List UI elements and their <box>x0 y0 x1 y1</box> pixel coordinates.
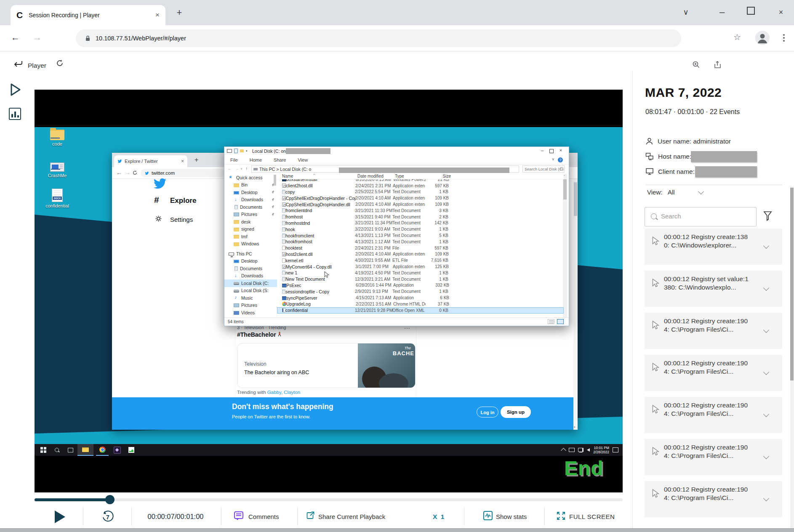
browser-menu-icon[interactable] <box>783 34 785 43</box>
tab-close-icon[interactable]: × <box>155 11 160 19</box>
explorer-nav-item[interactable]: Bin <box>224 181 277 189</box>
explorer-maximize-icon[interactable] <box>547 149 556 153</box>
event-expand-chevron-icon[interactable] <box>763 495 769 501</box>
fullscreen-button[interactable]: FULL SCREEN <box>569 513 615 520</box>
scroll-thumb[interactable] <box>574 182 577 216</box>
explorer-nav-item[interactable]: tmf <box>224 233 277 240</box>
playback-speed-button[interactable]: X 1 <box>433 513 445 521</box>
file-row[interactable]: syncPipeServer 4/15/2021 7:13 AM Applica… <box>277 295 564 301</box>
explorer-nav-item[interactable]: Local Disk (C: on <box>224 279 277 287</box>
sidebar-activity-tab[interactable] <box>9 108 21 120</box>
file-row[interactable]: host2client.dll 2/20/2021 4:10 AM Applic… <box>277 251 564 258</box>
details-view-icon[interactable] <box>548 319 554 324</box>
desktop-icon[interactable]: DOCX confidential <box>40 189 75 208</box>
qat-dropdown-icon[interactable]: ▾ <box>246 149 248 153</box>
sidebar-player-tab[interactable] <box>9 82 22 97</box>
explorer-menu-item[interactable]: File <box>224 155 244 164</box>
new-tab-button[interactable]: + <box>173 7 185 19</box>
taskbar-editor-icon[interactable] <box>125 444 137 456</box>
explorer-nav-item[interactable]: Local Disk (S: on <box>224 287 277 295</box>
desktop-icon[interactable]: code <box>40 128 75 146</box>
event-expand-chevron-icon[interactable] <box>763 369 769 375</box>
event-item[interactable]: 00:00:12 Registry set value:1380: C:\Win… <box>645 271 782 307</box>
explorer-nav-item[interactable]: Desktop <box>224 258 277 265</box>
file-row[interactable]: kernel.etl 4/30/2021 9:55 AM ETL File 7,… <box>277 257 564 263</box>
login-button[interactable]: Log in <box>477 407 498 418</box>
rewind-7-button[interactable]: 7 <box>100 510 115 524</box>
file-row[interactable]: hooktest 2/24/2021 2:31 PM File 597 KB <box>277 245 564 251</box>
taskbar-explorer-icon[interactable] <box>77 444 93 456</box>
twitter-nav-settings[interactable]: Settings <box>170 216 193 223</box>
explorer-nav-item[interactable]: Downloads <box>224 196 277 204</box>
file-row[interactable]: UpgradeLog 2/22/2021 3:51 AM Chrome HTML… <box>277 301 564 307</box>
explorer-close-icon[interactable]: × <box>556 148 565 153</box>
explorer-search-box[interactable]: Search Local Disk (C: on NKG... <box>522 165 565 173</box>
twitter-scrollbar[interactable]: ▾ <box>573 179 578 430</box>
history-dropdown-icon[interactable]: ∨ <box>240 167 242 170</box>
explorer-nav-item[interactable]: Music <box>224 294 277 302</box>
column-name[interactable]: Name <box>282 174 357 179</box>
twitter-tab[interactable]: Explore / Twitter × <box>114 155 187 167</box>
explorer-nav-item[interactable]: This PC <box>224 250 277 258</box>
explorer-nav-item[interactable]: Videos <box>224 309 277 317</box>
share-icon[interactable] <box>713 61 722 69</box>
view-value[interactable]: All <box>668 189 675 196</box>
file-row[interactable]: new 1 4/19/2021 4:50 PM Text Document 1 … <box>277 270 564 276</box>
scroll-thumb[interactable] <box>790 188 794 380</box>
twitter-tab-close-icon[interactable]: × <box>181 158 184 164</box>
ribbon-collapse-icon[interactable]: ∨ <box>552 157 554 161</box>
event-item[interactable]: 00:00:12 Registry create:1904: C:\Progra… <box>645 355 782 391</box>
twitter-reload-icon[interactable] <box>132 170 138 176</box>
explorer-nav-item[interactable]: Pictures <box>224 302 277 309</box>
file-row[interactable]: New Text Document 12/3/2021 3:21 AM Text… <box>277 276 564 282</box>
file-row[interactable]: copy 2/25/2022 5:54 PM Text Document 1 K… <box>277 189 564 195</box>
column-size[interactable]: Size <box>427 174 451 179</box>
view-chevron-icon[interactable] <box>698 189 704 194</box>
event-item[interactable]: 00:00:12 Registry create:1904: C:\Progra… <box>645 439 782 475</box>
forward-icon[interactable]: → <box>33 32 42 43</box>
scroll-thumb[interactable] <box>563 179 567 200</box>
tab-search-chevron-icon[interactable]: ∨ <box>679 6 692 19</box>
filter-icon[interactable] <box>763 210 773 221</box>
file-row[interactable]: fromhostdnd 3/21/2021 11:34 PM Text Docu… <box>277 220 564 226</box>
file-row[interactable]: client2host.dll 2/24/2021 2:31 PM Applic… <box>277 183 564 189</box>
timeline-slider[interactable] <box>35 498 623 501</box>
explorer-minimize-icon[interactable]: – <box>538 148 547 153</box>
file-row[interactable]: hookfromclient 4/13/2021 1:13 PM Text Do… <box>277 232 564 239</box>
explorer-window[interactable]: ▾ Local Disk (C: on – × FileHomeShareVie… <box>224 146 569 326</box>
trending-with-links[interactable]: Gabby, Clayton <box>267 390 300 395</box>
scroll-up-icon[interactable]: ^ <box>564 175 565 177</box>
taskbar-chrome-icon[interactable] <box>96 444 109 456</box>
window-maximize-button[interactable] <box>747 7 755 15</box>
explorer-nav-item[interactable]: Downloads <box>224 272 277 280</box>
event-scrollbar[interactable] <box>790 186 794 529</box>
explorer-nav-item[interactable]: Documents <box>224 203 277 211</box>
window-minimize-button[interactable]: – <box>716 6 728 19</box>
event-item[interactable]: 00:00:12 Registry create:1904: C:\Progra… <box>645 481 782 517</box>
scroll-down-icon[interactable]: ▾ <box>574 426 576 429</box>
event-item[interactable]: 00:00:12 Registry create:1380: C:\Window… <box>645 229 782 265</box>
profile-avatar[interactable] <box>755 31 770 45</box>
file-row[interactable]: confidential 12/21/2021 9:28 PM Office O… <box>277 307 564 314</box>
back-to-list-icon[interactable] <box>13 60 24 69</box>
explorer-menu-item[interactable]: Share <box>268 155 292 164</box>
twitter-nav-explore[interactable]: Explore <box>170 197 196 205</box>
explorer-nav-item[interactable]: Pictures <box>224 211 277 218</box>
share-playback-button[interactable]: Share Current Playback <box>318 513 385 520</box>
file-row[interactable]: sessiondropfile - Copy 2/9/2021 9:13 PM … <box>277 288 564 295</box>
back-icon[interactable]: ← <box>11 32 20 43</box>
twitter-forward-icon[interactable]: → <box>125 169 131 176</box>
event-item[interactable]: 00:00:12 Registry create:1904: C:\Progra… <box>645 313 782 349</box>
comments-button[interactable]: Comments <box>248 513 279 520</box>
explorer-menu-item[interactable]: Home <box>244 155 268 164</box>
nav-scroll-thumb[interactable] <box>274 175 276 186</box>
browser-tab[interactable]: C Session Recording | Player × <box>11 5 165 25</box>
thumbnail-view-icon[interactable] <box>557 319 564 324</box>
explorer-nav-item[interactable]: Windows <box>224 240 277 248</box>
quick-access-toolbar[interactable]: ▾ <box>227 149 248 153</box>
bookmark-star-icon[interactable]: ☆ <box>733 32 741 42</box>
event-expand-chevron-icon[interactable] <box>763 285 769 291</box>
explorer-nav-item[interactable]: Quick access <box>224 174 277 181</box>
url-bar[interactable]: 10.108.77.51/WebPlayer/#/player <box>76 29 681 47</box>
tray-chevron-icon[interactable] <box>561 448 566 453</box>
